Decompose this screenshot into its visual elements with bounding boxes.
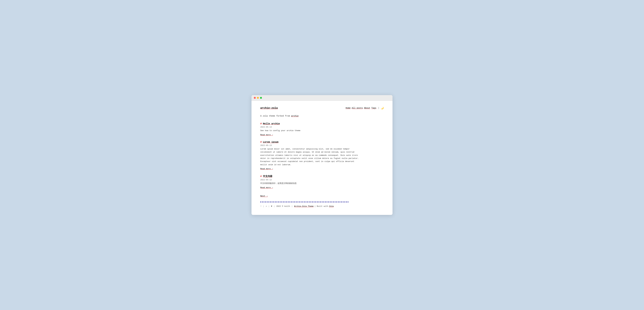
zola-link[interactable]: Zola bbox=[329, 205, 334, 207]
twitter-icon[interactable]: ⚡ bbox=[266, 205, 267, 208]
post-excerpt: Lorem ipsum dolor sit amet, consectetur … bbox=[260, 147, 360, 166]
dot bbox=[328, 201, 329, 202]
post-item: # Lorem ipsum 2022-05-13 Lorem ipsum dol… bbox=[260, 141, 384, 170]
dot bbox=[335, 201, 336, 202]
browser-window: archie-zola Home All posts About Tags | … bbox=[252, 95, 392, 215]
page-content: archie-zola Home All posts About Tags | … bbox=[252, 101, 392, 215]
dot bbox=[312, 201, 313, 202]
github-icon[interactable]: ♡ bbox=[260, 205, 262, 208]
theme-link[interactable]: Archie-Zola Theme bbox=[294, 205, 314, 207]
dot bbox=[275, 201, 276, 202]
minimize-button[interactable] bbox=[257, 97, 259, 99]
dot bbox=[299, 201, 300, 202]
dot bbox=[314, 201, 314, 202]
footer-divider bbox=[260, 201, 384, 202]
dot bbox=[318, 201, 319, 202]
dot bbox=[301, 201, 302, 202]
post-heading: # Lorem ipsum bbox=[260, 141, 384, 143]
dark-mode-toggle[interactable]: 🌙 bbox=[381, 107, 384, 110]
dot bbox=[302, 201, 303, 202]
heart-icon[interactable]: ♥ bbox=[271, 205, 272, 207]
post-date: 2022-05-12 bbox=[260, 179, 384, 181]
nav-tags[interactable]: Tags bbox=[371, 107, 377, 109]
nav-home[interactable]: Home bbox=[345, 107, 351, 109]
dot bbox=[276, 201, 277, 202]
dot bbox=[298, 201, 298, 202]
footer-separator: | bbox=[274, 205, 275, 207]
dot bbox=[296, 201, 297, 202]
archie-link[interactable]: archie bbox=[291, 115, 298, 117]
post-hash: # bbox=[260, 175, 262, 178]
dot bbox=[306, 201, 306, 202]
post-title[interactable]: 中文内容 bbox=[263, 175, 272, 178]
post-item: # Hello archie 2022-05-14 See how to con… bbox=[260, 122, 384, 136]
dot bbox=[272, 201, 272, 202]
site-footer: ♡ | ⚡ | ♥ | 2022 © keith | Archie-Zola T… bbox=[260, 205, 384, 208]
footer-separator: | bbox=[263, 205, 264, 207]
dot bbox=[270, 201, 271, 202]
dot bbox=[344, 201, 345, 202]
dot bbox=[315, 201, 316, 202]
dot bbox=[333, 201, 334, 202]
post-excerpt: See how to config your archie theme bbox=[260, 129, 360, 132]
post-heading: # 中文内容 bbox=[260, 175, 384, 178]
site-header: archie-zola Home All posts About Tags | … bbox=[260, 107, 384, 110]
read-more-link[interactable]: Read more → bbox=[260, 134, 273, 136]
dot bbox=[292, 201, 294, 202]
dot bbox=[343, 201, 344, 202]
read-more-link[interactable]: Read more → bbox=[260, 168, 273, 170]
dot bbox=[348, 201, 348, 202]
post-list: # Hello archie 2022-05-14 See how to con… bbox=[260, 122, 384, 194]
post-date: 2022-05-13 bbox=[260, 144, 384, 147]
pagination: Next → bbox=[260, 195, 384, 197]
dot bbox=[330, 201, 331, 202]
titlebar bbox=[252, 95, 392, 101]
dot bbox=[284, 201, 286, 202]
footer-separator: | bbox=[292, 205, 292, 207]
dot bbox=[260, 201, 261, 202]
nav-about[interactable]: About bbox=[364, 107, 370, 109]
read-more-link[interactable]: Read more → bbox=[260, 187, 273, 189]
dot bbox=[283, 201, 284, 202]
dot bbox=[323, 201, 324, 202]
dot bbox=[294, 201, 295, 202]
site-nav: Home All posts About Tags | 🌙 bbox=[345, 107, 384, 110]
post-excerpt: 中文内容排版演示，这里是文章的描述信息 bbox=[260, 182, 360, 185]
dot bbox=[340, 201, 340, 202]
next-page-link[interactable]: Next → bbox=[260, 195, 268, 197]
maximize-button[interactable] bbox=[260, 97, 262, 99]
dots-row bbox=[260, 201, 384, 202]
copyright-text: 2022 © keith bbox=[276, 205, 290, 207]
dot bbox=[267, 201, 268, 202]
nav-separator: | bbox=[378, 107, 379, 109]
dot bbox=[320, 201, 321, 202]
dot bbox=[332, 201, 332, 202]
dot bbox=[317, 201, 318, 202]
post-title[interactable]: Lorem ipsum bbox=[263, 141, 278, 143]
dot bbox=[325, 201, 326, 202]
dot bbox=[326, 201, 328, 202]
post-hash: # bbox=[260, 122, 262, 125]
post-heading: # Hello archie bbox=[260, 122, 384, 125]
close-button[interactable] bbox=[254, 97, 256, 99]
dot bbox=[304, 201, 305, 202]
post-hash: # bbox=[260, 141, 262, 143]
dot bbox=[336, 201, 337, 202]
dot bbox=[264, 201, 264, 202]
dot bbox=[346, 201, 347, 202]
dot bbox=[307, 201, 308, 202]
nav-all-posts[interactable]: All posts bbox=[352, 107, 363, 109]
dot bbox=[309, 201, 310, 202]
dot bbox=[341, 201, 342, 202]
dot bbox=[322, 201, 322, 202]
dot bbox=[291, 201, 292, 202]
dot bbox=[286, 201, 287, 202]
built-with-text: | Built with bbox=[314, 205, 328, 207]
post-date: 2022-05-14 bbox=[260, 126, 384, 128]
dot bbox=[268, 201, 269, 202]
post-title[interactable]: Hello archie bbox=[263, 122, 280, 125]
site-title[interactable]: archie-zola bbox=[260, 107, 278, 110]
dot bbox=[338, 201, 339, 202]
footer-separator: | bbox=[268, 205, 270, 207]
dot bbox=[273, 201, 274, 202]
